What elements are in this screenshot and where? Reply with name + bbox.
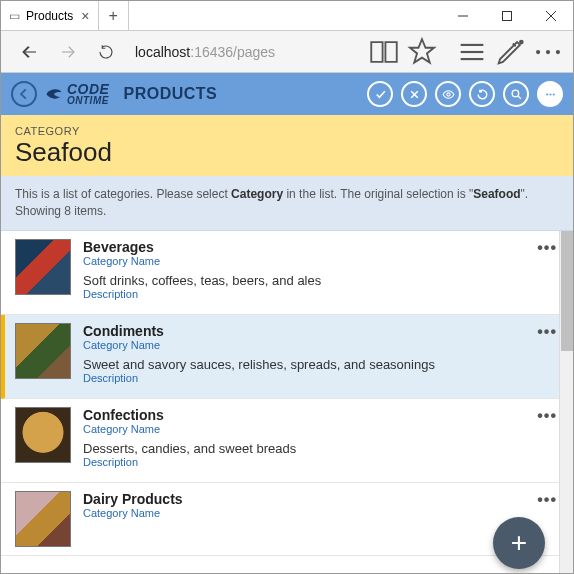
category-value: Seafood — [15, 137, 559, 168]
item-more-icon[interactable]: ••• — [535, 407, 559, 474]
item-title: Dairy Products — [83, 491, 523, 507]
item-description: Desserts, candies, and sweet breads — [83, 441, 523, 456]
list-item[interactable]: ConfectionsCategory NameDesserts, candie… — [1, 399, 573, 483]
item-name-field-label: Category Name — [83, 339, 523, 351]
item-title: Confections — [83, 407, 523, 423]
list-item[interactable]: Dairy ProductsCategory Name••• — [1, 483, 573, 556]
item-body: Dairy ProductsCategory Name — [83, 491, 523, 547]
item-thumbnail — [15, 323, 71, 379]
reading-view-icon[interactable] — [367, 35, 401, 69]
app-window: ▭ Products × + localhost:16436/pages COD… — [0, 0, 574, 574]
item-body: ConfectionsCategory NameDesserts, candie… — [83, 407, 523, 474]
maximize-button[interactable] — [485, 1, 529, 30]
svg-point-8 — [536, 49, 540, 53]
item-body: CondimentsCategory NameSweet and savory … — [83, 323, 523, 390]
header-actions — [367, 81, 563, 107]
browser-tab[interactable]: ▭ Products × — [1, 1, 99, 30]
close-tab-icon[interactable]: × — [79, 9, 91, 23]
item-title: Condiments — [83, 323, 523, 339]
add-button[interactable]: + — [493, 517, 545, 569]
back-arrow-icon[interactable] — [13, 35, 47, 69]
minimize-button[interactable] — [441, 1, 485, 30]
item-body: BeveragesCategory NameSoft drinks, coffe… — [83, 239, 523, 306]
app-header: CODE ONTIME PRODUCTS — [1, 73, 573, 115]
item-thumbnail — [15, 239, 71, 295]
item-description: Sweet and savory sauces, relishes, sprea… — [83, 357, 523, 372]
item-desc-field-label: Description — [83, 456, 523, 468]
url-host: localhost — [135, 44, 190, 60]
svg-point-7 — [520, 40, 523, 43]
favorite-icon[interactable] — [405, 35, 439, 69]
category-label: CATEGORY — [15, 125, 559, 137]
view-button[interactable] — [435, 81, 461, 107]
item-name-field-label: Category Name — [83, 255, 523, 267]
svg-point-14 — [549, 93, 551, 95]
confirm-button[interactable] — [367, 81, 393, 107]
forward-button[interactable] — [51, 35, 85, 69]
reload-button[interactable] — [469, 81, 495, 107]
page-icon: ▭ — [9, 9, 20, 23]
app-back-button[interactable] — [11, 81, 37, 107]
item-thumbnail — [15, 407, 71, 463]
search-button[interactable] — [503, 81, 529, 107]
item-description: Soft drinks, coffees, teas, beers, and a… — [83, 273, 523, 288]
close-window-button[interactable] — [529, 1, 573, 30]
more-icon[interactable] — [531, 35, 565, 69]
url-path: :16436/pages — [190, 44, 275, 60]
new-tab-button[interactable]: + — [99, 1, 129, 30]
brand-logo: CODE ONTIME — [45, 82, 109, 106]
item-name-field-label: Category Name — [83, 507, 523, 519]
svg-point-12 — [512, 90, 519, 97]
list-container: BeveragesCategory NameSoft drinks, coffe… — [1, 231, 573, 574]
browser-navbar: localhost:16436/pages — [1, 31, 573, 73]
svg-point-9 — [546, 49, 550, 53]
brand-line1: CODE — [67, 82, 109, 96]
scroll-thumb[interactable] — [561, 231, 573, 351]
item-more-icon[interactable]: ••• — [535, 323, 559, 390]
item-desc-field-label: Description — [83, 288, 523, 300]
address-bar[interactable]: localhost:16436/pages — [127, 44, 363, 60]
item-more-icon[interactable]: ••• — [535, 239, 559, 306]
item-title: Beverages — [83, 239, 523, 255]
hub-icon[interactable] — [455, 35, 489, 69]
list-item[interactable]: CondimentsCategory NameSweet and savory … — [1, 315, 573, 399]
svg-point-11 — [446, 92, 449, 95]
item-desc-field-label: Description — [83, 372, 523, 384]
webnote-icon[interactable] — [493, 35, 527, 69]
item-name-field-label: Category Name — [83, 423, 523, 435]
refresh-button[interactable] — [89, 35, 123, 69]
scrollbar[interactable] — [559, 231, 573, 574]
page-title: PRODUCTS — [123, 85, 217, 103]
svg-point-15 — [552, 93, 554, 95]
cancel-button[interactable] — [401, 81, 427, 107]
svg-rect-1 — [503, 11, 512, 20]
titlebar: ▭ Products × + — [1, 1, 573, 31]
svg-point-13 — [546, 93, 548, 95]
brand-line2: ONTIME — [67, 96, 109, 106]
bird-icon — [45, 85, 63, 103]
category-list[interactable]: BeveragesCategory NameSoft drinks, coffe… — [1, 231, 573, 574]
item-thumbnail — [15, 491, 71, 547]
tab-title: Products — [26, 9, 73, 23]
info-message: This is a list of categories. Please sel… — [1, 176, 573, 231]
category-banner: CATEGORY Seafood — [1, 115, 573, 176]
list-item[interactable]: BeveragesCategory NameSoft drinks, coffe… — [1, 231, 573, 315]
svg-point-10 — [556, 49, 560, 53]
overflow-button[interactable] — [537, 81, 563, 107]
